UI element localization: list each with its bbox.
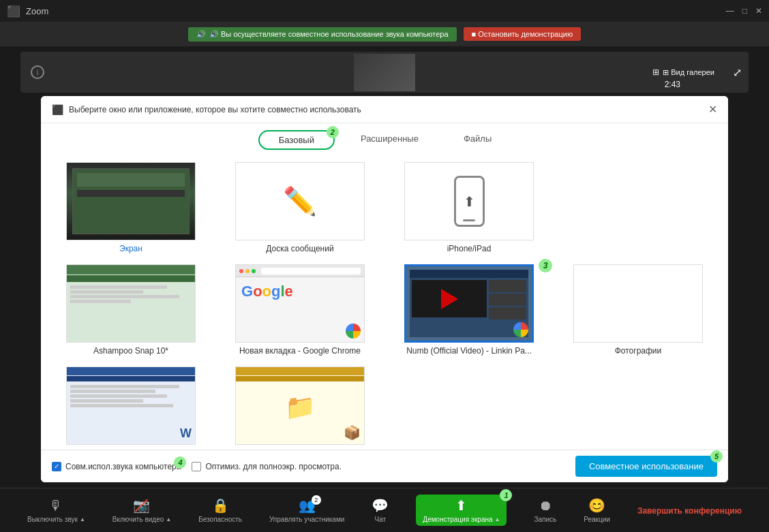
participants-label: Управлять участниками: [269, 516, 344, 523]
grid-item-empty: [555, 157, 721, 259]
mute-label: Выключить звук: [27, 516, 78, 523]
ashampoo-thumbnail: [66, 264, 196, 343]
photos-thumbnail: [573, 264, 703, 343]
lock-icon: 🔒: [212, 497, 229, 514]
taskbar-end-meeting[interactable]: Завершить конференцию: [637, 504, 742, 516]
screen-thumbnail: [66, 162, 196, 240]
share-btn-wrapper: 5 Совместное использование: [575, 456, 717, 477]
end-meeting-label: Завершить конференцию: [637, 506, 742, 516]
grid-item-folder[interactable]: 📁 📦 Как транслировать музыку в Zo...: [217, 361, 383, 450]
taskbar-chat[interactable]: 💬 Чат: [372, 497, 389, 523]
taskbar-security[interactable]: 🔒 Безопасность: [198, 497, 242, 523]
tab-advanced[interactable]: Расширенные: [342, 130, 438, 150]
dialog-title: Выберите окно или приложение, которое вы…: [69, 105, 703, 114]
youtube-step-badge: 3: [539, 259, 552, 272]
whiteboard-thumbnail: ✏️: [235, 162, 365, 240]
airplay-icon: ⬆: [464, 193, 475, 210]
grid-row-3: W Zoom - 04.29.2020.docx - Word 📁 📦 Как …: [48, 361, 721, 450]
share-button[interactable]: Совместное использование: [575, 456, 717, 477]
grid-item-chrome[interactable]: Google Новая вкладка - Google Chrome: [217, 259, 383, 361]
close-button[interactable]: ✕: [755, 6, 762, 16]
titlebar-left: ⬛ Zoom: [7, 5, 48, 18]
video-area: i ⊞ ⊞ Вид галереи ⤢ 2:43: [20, 52, 749, 93]
chrome-label: Новая вкладка - Google Chrome: [239, 346, 361, 356]
folder-badge-icon: 📦: [344, 424, 361, 441]
zoom-logo-icon: ⬛: [7, 5, 20, 18]
pencil-icon: ✏️: [283, 185, 317, 217]
step5-badge: 5: [710, 450, 723, 463]
taskbar-participants[interactable]: 👥 2 Управлять участниками: [269, 497, 344, 523]
screen-label: Экран: [119, 244, 142, 253]
notification-bar: 🔊 🔊 Вы осуществляете совместное использо…: [0, 22, 769, 46]
step1-badge: 1: [500, 489, 512, 501]
info-icon[interactable]: i: [31, 65, 44, 79]
grid-row-2: Ashampoo Snap 10* Google: [48, 259, 721, 361]
tab-step-badge: 2: [327, 126, 339, 138]
iphone-label: iPhone/iPad: [447, 244, 492, 253]
taskbar-reactions[interactable]: 😊 Реакции: [584, 497, 610, 523]
chat-icon: 💬: [372, 497, 389, 514]
video-caret[interactable]: ▲: [166, 516, 171, 522]
video-label: Включить видео: [112, 516, 164, 523]
security-label: Безопасность: [198, 516, 242, 523]
taskbar-mute[interactable]: 🎙 Выключить звук ▲: [27, 498, 85, 523]
youtube-label: Numb (Official Video) - Linkin Pa...: [406, 346, 532, 356]
optimize-option: Оптимиз. для полноэкр. просмотра.: [192, 462, 342, 471]
grid-row-1: Экран ✏️ Доска сообщений ⬆: [48, 157, 721, 259]
grid-item-ashampoo[interactable]: Ashampoo Snap 10*: [48, 259, 214, 361]
screenshare-icon: ⬆: [455, 497, 467, 514]
grid-item-word[interactable]: W Zoom - 04.29.2020.docx - Word: [48, 361, 214, 450]
taskbar-screenshare[interactable]: 1 ⬆ Демонстрация экрана ▲: [416, 495, 507, 526]
share-dialog: ⬛ Выберите окно или приложение, которое …: [41, 96, 728, 482]
sound-share-option: 4 ✓ Совм.испол.звука компьютера: [52, 462, 181, 471]
optimize-checkbox[interactable]: [192, 462, 201, 471]
step4-badge: 4: [174, 456, 186, 469]
word-thumbnail: W: [66, 366, 196, 445]
gallery-icon: ⊞: [652, 67, 659, 77]
sound-sharing-notice: 🔊 🔊 Вы осуществляете совместное использо…: [188, 27, 457, 42]
grid-item-youtube[interactable]: 3: [386, 259, 552, 361]
gallery-view-button[interactable]: ⊞ ⊞ Вид галереи: [652, 67, 714, 77]
grid-item-whiteboard[interactable]: ✏️ Доска сообщений: [217, 157, 383, 259]
taskbar-video[interactable]: 📷 Включить видео ▲: [112, 497, 171, 523]
video-thumbnail: [354, 54, 415, 91]
titlebar-controls[interactable]: — □ ✕: [726, 6, 762, 16]
main-content: i ⊞ ⊞ Вид галереи ⤢ 2:43 ⬛ Выберите окно…: [0, 46, 769, 488]
word-icon: W: [180, 426, 192, 441]
grid-placeholder-2: [555, 361, 721, 450]
screenshare-caret[interactable]: ▲: [495, 516, 500, 522]
mute-caret[interactable]: ▲: [80, 516, 85, 522]
grid-item-screen[interactable]: Экран: [48, 157, 214, 259]
video-icon-wrap: 📷: [133, 497, 150, 514]
ashampoo-label: Ashampoo Snap 10*: [93, 346, 168, 356]
record-label: Запись: [534, 516, 556, 523]
iphone-thumbnail: ⬆: [404, 162, 534, 240]
app-grid: Экран ✏️ Доска сообщений ⬆: [41, 157, 728, 450]
video-slash-icon: [133, 497, 150, 514]
optimize-label: Оптимиз. для полноэкр. просмотра.: [205, 462, 342, 471]
tab-basic[interactable]: Базовый 2: [258, 130, 335, 150]
screenshare-label: Демонстрация экрана: [423, 516, 492, 523]
tab-files[interactable]: Файлы: [444, 130, 511, 150]
chat-label: Чат: [375, 516, 387, 523]
expand-button[interactable]: ⤢: [733, 66, 742, 79]
sound-label: Совм.испол.звука компьютера: [65, 462, 181, 471]
folder-thumbnail: 📁 📦: [235, 366, 365, 445]
whiteboard-label: Доска сообщений: [266, 244, 333, 253]
dialog-close-button[interactable]: ✕: [708, 103, 717, 116]
grid-item-photos[interactable]: Фотографии: [555, 259, 721, 361]
sound-checkbox[interactable]: ✓: [52, 462, 61, 471]
minimize-button[interactable]: —: [726, 6, 734, 16]
stop-demo-button[interactable]: ■ Остановить демонстрацию: [464, 27, 582, 41]
titlebar: ⬛ Zoom — □ ✕: [0, 0, 769, 22]
taskbar-record[interactable]: ⏺ Запись: [534, 498, 556, 523]
grid-placeholder-1: [386, 361, 552, 450]
bottom-bar: 4 ✓ Совм.испол.звука компьютера Оптимиз.…: [41, 450, 728, 482]
reactions-label: Реакции: [584, 516, 610, 523]
grid-item-iphone[interactable]: ⬆ iPhone/iPad: [386, 157, 552, 259]
taskbar: 🎙 Выключить звук ▲ 📷 Включить видео ▲ 🔒 …: [0, 488, 769, 532]
app-title: Zoom: [26, 6, 48, 16]
restore-button[interactable]: □: [742, 6, 747, 16]
time-display: 2:43: [665, 80, 680, 89]
record-icon: ⏺: [539, 498, 552, 514]
